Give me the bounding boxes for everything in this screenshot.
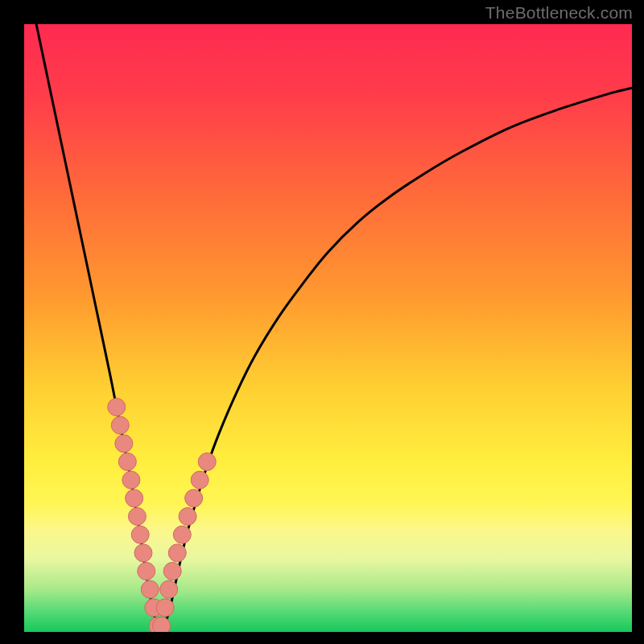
marker-point — [126, 489, 143, 507]
marker-point — [160, 580, 178, 598]
highlight-markers — [108, 398, 216, 632]
watermark-text: TheBottleneck.com — [485, 3, 633, 23]
marker-point — [122, 471, 140, 489]
plot-area — [24, 24, 632, 632]
marker-point — [128, 508, 146, 526]
marker-point — [108, 398, 126, 416]
marker-point — [131, 526, 149, 543]
marker-point — [173, 526, 191, 543]
marker-point — [141, 580, 159, 598]
marker-point — [168, 544, 186, 562]
marker-point — [153, 617, 171, 632]
marker-point — [191, 471, 208, 489]
outer-frame: TheBottleneck.com — [0, 0, 644, 644]
marker-point — [111, 416, 129, 434]
marker-point — [179, 508, 196, 526]
bottleneck-curve — [36, 24, 632, 629]
marker-point — [185, 489, 203, 507]
marker-point — [163, 563, 181, 580]
marker-point — [198, 453, 216, 471]
marker-point — [115, 435, 133, 452]
marker-point — [134, 544, 152, 562]
marker-point — [156, 599, 174, 617]
marker-point — [118, 453, 136, 471]
chart-svg — [24, 24, 632, 632]
marker-point — [138, 563, 155, 580]
